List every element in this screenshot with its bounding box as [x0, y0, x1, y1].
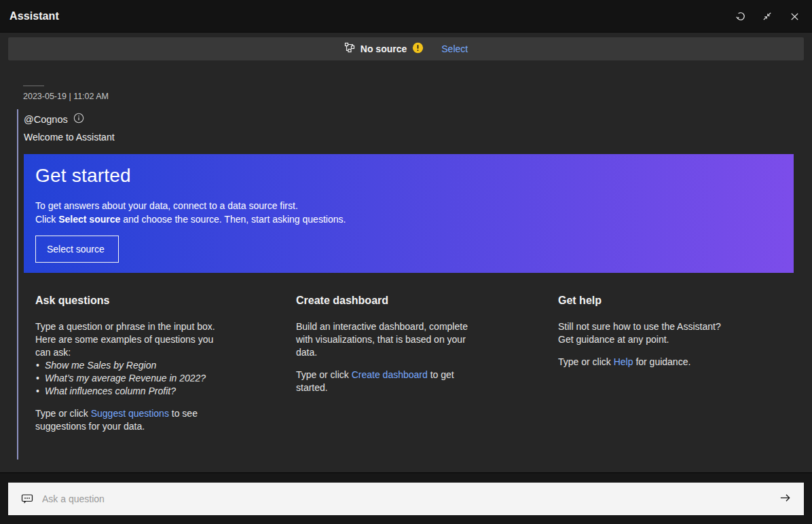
card-line-1: To get answers about your data, connect …: [35, 199, 346, 212]
card-line-2: Click Select source and choose the sourc…: [35, 212, 346, 226]
chat-bubble-icon: [20, 492, 34, 506]
create-dashboard-intro: Build an interactive dashboard, complete…: [296, 320, 474, 359]
header: Assistant: [0, 0, 812, 33]
welcome-message: Welcome to Assistant: [24, 132, 115, 143]
outro-prefix: Type or click: [35, 408, 91, 419]
collapse-panel-button[interactable]: [754, 3, 781, 30]
send-question-button[interactable]: [779, 491, 792, 506]
card-line-2-bold: Select source: [58, 214, 120, 225]
ask-questions-section: Ask questions Type a question or phrase …: [35, 294, 234, 433]
sender-row: @Cognos: [24, 113, 84, 126]
help-link[interactable]: Help: [614, 356, 633, 367]
ask-questions-outro: Type or click Suggest questions to see s…: [35, 407, 224, 433]
get-help-title: Get help: [558, 294, 789, 307]
example-question: Show me Sales by Region: [35, 359, 234, 372]
get-help-intro-line-2: Get guidance at any point.: [558, 333, 789, 346]
get-help-outro: Type or click Help for guidance.: [558, 356, 789, 369]
create-dashboard-section: Create dashboard Build an interactive da…: [296, 294, 474, 394]
get-started-card: Get started To get answers about your da…: [24, 154, 794, 273]
example-question: What’s my average Revenue in 2022?: [35, 372, 234, 385]
input-area: [0, 472, 812, 524]
sender-info-button[interactable]: [73, 113, 84, 126]
assistant-panel: Assistant: [0, 0, 812, 524]
warning-icon: [412, 42, 424, 56]
card-line-2-prefix: Click: [35, 214, 58, 225]
get-help-intro-line-1: Still not sure how to use the Assistant?: [558, 320, 789, 333]
close-panel-button[interactable]: [781, 3, 808, 30]
shrink-icon: [762, 11, 773, 22]
get-help-section: Get help Still not sure how to use the A…: [558, 294, 789, 369]
sender-name: @Cognos: [24, 114, 68, 125]
suggest-questions-link[interactable]: Suggest questions: [91, 408, 169, 419]
question-input[interactable]: [42, 483, 779, 515]
message-accent-line: [17, 109, 18, 460]
card-line-2-suffix: and choose the source. Then, start askin…: [120, 214, 346, 225]
restart-icon: [735, 11, 746, 22]
send-arrow-icon: [779, 491, 792, 506]
restart-conversation-button[interactable]: [726, 3, 754, 30]
get-help-intro: Still not sure how to use the Assistant?…: [558, 320, 789, 346]
timestamp: 2023-05-19 | 11:02 AM: [23, 92, 109, 101]
create-dashboard-title: Create dashboard: [296, 294, 474, 307]
ask-questions-intro: Type a question or phrase in the input b…: [35, 320, 220, 359]
card-body: To get answers about your data, connect …: [35, 199, 346, 226]
source-status-label: No source: [361, 43, 407, 54]
create-dashboard-outro: Type or click Create dashboard to get st…: [296, 369, 474, 394]
select-source-link[interactable]: Select: [441, 43, 468, 54]
header-actions: [726, 0, 808, 33]
data-source-icon: [344, 42, 355, 56]
outro-prefix: Type or click: [296, 369, 352, 380]
page-title: Assistant: [10, 10, 59, 22]
source-status-bar: No source Select: [8, 37, 804, 60]
card-title: Get started: [35, 165, 131, 187]
select-source-button[interactable]: Select source: [35, 236, 119, 263]
close-icon: [790, 12, 800, 22]
outro-suffix: for guidance.: [633, 356, 691, 367]
info-icon: [73, 113, 84, 126]
create-dashboard-link[interactable]: Create dashboard: [352, 369, 428, 380]
question-input-bar: [8, 483, 804, 515]
outro-prefix: Type or click: [558, 356, 614, 367]
example-question: What influences column Profit?: [35, 385, 234, 398]
example-questions-list: Show me Sales by Region What’s my averag…: [35, 359, 234, 398]
ask-questions-title: Ask questions: [35, 294, 234, 307]
timestamp-divider: [23, 86, 44, 86]
